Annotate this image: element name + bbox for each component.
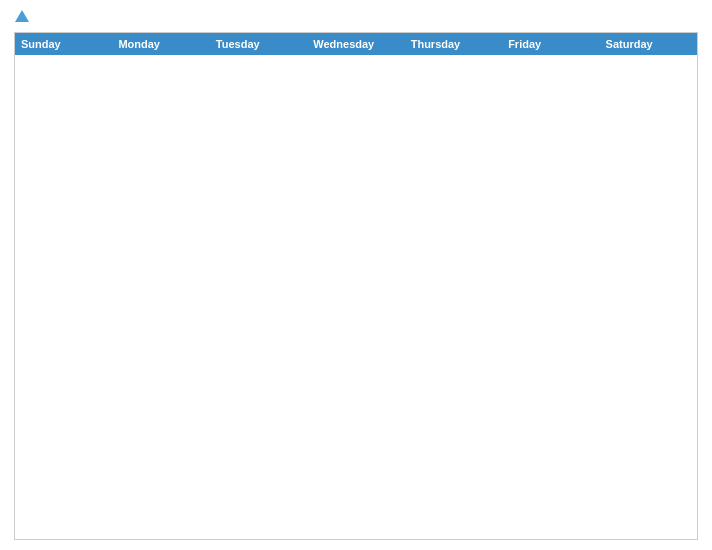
- day-header-thursday: Thursday: [405, 33, 502, 55]
- day-header-sunday: Sunday: [15, 33, 112, 55]
- logo-triangle-icon: [15, 10, 29, 22]
- calendar-grid: SundayMondayTuesdayWednesdayThursdayFrid…: [14, 32, 698, 540]
- logo: [14, 10, 29, 24]
- day-header-monday: Monday: [112, 33, 209, 55]
- day-header-friday: Friday: [502, 33, 599, 55]
- weeks-container: [15, 55, 697, 539]
- day-header-tuesday: Tuesday: [210, 33, 307, 55]
- calendar-wrapper: SundayMondayTuesdayWednesdayThursdayFrid…: [0, 0, 712, 550]
- calendar-header: [14, 10, 698, 24]
- day-header-saturday: Saturday: [600, 33, 697, 55]
- day-header-wednesday: Wednesday: [307, 33, 404, 55]
- days-header: SundayMondayTuesdayWednesdayThursdayFrid…: [15, 33, 697, 55]
